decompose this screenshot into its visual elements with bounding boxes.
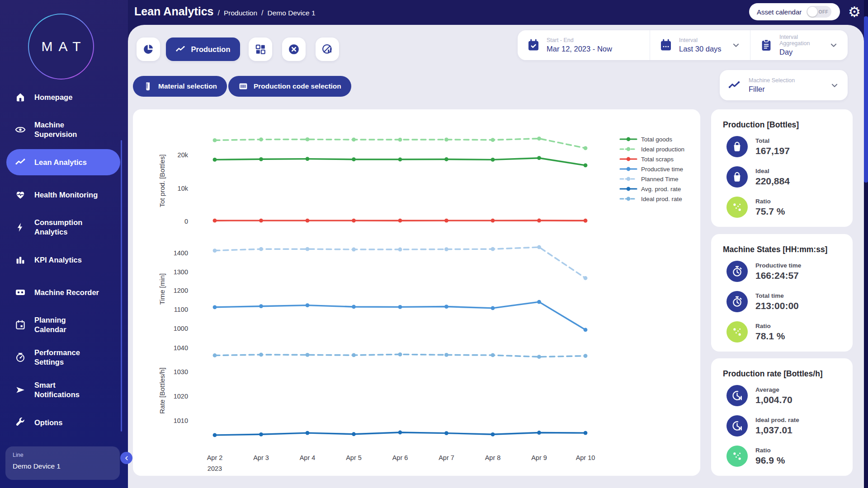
kpi-label: Productive time	[755, 262, 801, 269]
legend-item-total-goods[interactable]: Total goods	[619, 135, 684, 144]
kpi-rows: Average1,004.70Ideal prod. rate1,037.01R…	[723, 385, 853, 467]
toolbar-button-pie-chart-icon[interactable]	[137, 38, 160, 61]
legend-label: Total scraps	[641, 156, 674, 163]
sidebar: MAT HomepageMachine SupervisionLean Anal…	[0, 0, 128, 488]
sidebar-item-machine-recorder[interactable]: Machine Recorder	[0, 276, 128, 309]
kpi-label: Total	[755, 137, 790, 144]
toolbar-button-qr-grid-icon[interactable]	[249, 38, 272, 61]
chevron-left-icon	[123, 455, 130, 462]
barcode-icon	[238, 81, 248, 91]
filter-interval[interactable]: IntervalLast 30 days	[650, 30, 750, 60]
kpi-rows: Total167,197Ideal220,884Ratio75.7 %	[723, 136, 853, 218]
kpi-rows: Productive time166:24:57Total time213:00…	[723, 261, 853, 343]
stopwatch-icon	[726, 261, 748, 282]
sidebar-collapse-button[interactable]	[120, 452, 132, 464]
chevron-down-icon	[830, 80, 840, 90]
production-code-selection-button[interactable]: Production code selection	[228, 76, 351, 97]
breadcrumb-demo-device-1[interactable]: Demo Device 1	[268, 9, 316, 17]
svg-text:Rate [Bottles/h]: Rate [Bottles/h]	[158, 367, 166, 414]
filter-bar: Start - EndMar 12, 2023 - NowIntervalLas…	[518, 30, 848, 60]
stopwatch-icon	[726, 291, 748, 312]
svg-text:Tot prod. [Bottles]: Tot prod. [Bottles]	[158, 155, 166, 207]
percent-icon	[726, 446, 748, 467]
kpi-value: 1,037.01	[755, 425, 799, 436]
toggle-state-label: OFF	[819, 9, 829, 14]
sidebar-item-label: Options	[34, 418, 62, 427]
sidebar-item-consumption-analytics[interactable]: Consumption Analytics	[0, 211, 128, 244]
filter-value: Last 30 days	[679, 45, 722, 53]
sidebar-item-homepage[interactable]: Homepage	[0, 81, 128, 113]
sidebar-item-health-monitoring[interactable]: Health Monitoring	[0, 178, 128, 211]
sidebar-item-kpi-analytics[interactable]: KPI Analytics	[0, 244, 128, 276]
speedometer-icon	[14, 352, 26, 363]
svg-text:10k: 10k	[178, 185, 189, 192]
kpi-value: 78.1 %	[755, 331, 785, 342]
sidebar-item-lean-analytics[interactable]: Lean Analytics	[6, 149, 120, 175]
machine-selection-dropdown[interactable]: Machine Selection Filler	[720, 70, 848, 100]
sidebar-item-machine-supervision[interactable]: Machine Supervision	[0, 113, 128, 146]
filter-label: Start - End	[547, 37, 612, 43]
gear-icon[interactable]: ⚙	[846, 4, 863, 20]
breadcrumb-separator: /	[218, 9, 220, 17]
chevron-down-icon	[731, 40, 741, 50]
brand-logo-text: MAT	[29, 14, 93, 79]
legend-item-avg-prod-rate[interactable]: Avg. prod. rate	[619, 184, 684, 193]
svg-text:1100: 1100	[174, 306, 188, 313]
percent-icon	[726, 321, 748, 343]
svg-text:1300: 1300	[174, 268, 188, 276]
toolbar-button-production[interactable]: Production	[166, 38, 240, 61]
sidebar-item-options[interactable]: Options	[0, 406, 128, 439]
filter-value: Mar 12, 2023 - Now	[547, 45, 612, 53]
x-circle-icon	[288, 43, 300, 55]
bar-chart-icon	[14, 254, 26, 266]
page: { "header": { "title": "Lean Analytics",…	[0, 0, 868, 488]
bag-icon	[726, 136, 748, 157]
material-selection-button[interactable]: Material selection	[133, 76, 227, 97]
kpi-label: Ratio	[755, 198, 785, 205]
legend-item-productive-time[interactable]: Productive time	[619, 164, 684, 174]
heart-pulse-icon	[14, 189, 26, 201]
button-label: Production code selection	[254, 82, 341, 90]
filter-label: Interval Aggregation	[779, 34, 829, 47]
svg-text:1030: 1030	[174, 368, 188, 375]
filter-interval-aggregation[interactable]: Interval AggregationDay	[750, 30, 848, 60]
calendar-check-icon	[527, 38, 540, 52]
svg-text:Apr 8: Apr 8	[485, 454, 501, 461]
asset-calendar-toggle[interactable]: OFF	[807, 6, 831, 18]
svg-text:1400: 1400	[174, 249, 188, 257]
send-icon	[14, 384, 26, 396]
kpi-label: Ideal	[755, 168, 790, 174]
chart-line-icon	[728, 79, 741, 92]
legend-item-ideal-production[interactable]: Ideal production	[619, 145, 684, 154]
svg-text:2023: 2023	[208, 465, 222, 472]
sidebar-scrollbar[interactable]	[121, 140, 122, 432]
clipboard-icon	[760, 38, 773, 52]
breadcrumb-production[interactable]: Production	[224, 9, 257, 17]
trend-icon	[175, 44, 185, 54]
sidebar-item-planning-calendar[interactable]: Planning Calendar	[0, 309, 128, 341]
page-scrollbar-thumb[interactable]	[864, 16, 868, 183]
legend-swatch	[619, 146, 637, 152]
gauge-clock-icon	[726, 415, 748, 436]
legend-item-planned-time[interactable]: Planned Time	[619, 174, 684, 183]
svg-text:1000: 1000	[174, 325, 188, 332]
sidebar-item-label: Machine Recorder	[34, 288, 99, 297]
button-label: Material selection	[158, 82, 217, 90]
legend-label: Planned Time	[641, 176, 679, 183]
toolbar-button-x-circle-icon[interactable]	[282, 38, 306, 61]
kpi-label: Average	[755, 386, 793, 393]
bag-icon	[726, 166, 748, 188]
toolbar-button-no-data-icon[interactable]	[316, 38, 339, 61]
legend-item-total-scraps[interactable]: Total scraps	[619, 155, 684, 164]
kpi-row-total-time: Total time213:00:00	[723, 291, 853, 312]
asset-calendar-pill[interactable]: Asset calendar OFF	[749, 3, 840, 20]
line-selector-value: Demo Device 1	[13, 462, 113, 470]
sidebar-item-label: Lean Analytics	[34, 158, 87, 167]
kpi-label: Ideal prod. rate	[755, 417, 799, 423]
svg-text:1200: 1200	[174, 287, 188, 294]
legend-item-ideal-prod-rate[interactable]: Ideal prod. rate	[619, 194, 684, 203]
sidebar-menu: HomepageMachine SupervisionLean Analytic…	[0, 81, 128, 439]
sidebar-item-smart-notifications[interactable]: Smart Notifications	[0, 374, 128, 406]
filter-start-end[interactable]: Start - EndMar 12, 2023 - Now	[518, 30, 650, 60]
sidebar-item-performance-settings[interactable]: Performance Settings	[0, 341, 128, 374]
